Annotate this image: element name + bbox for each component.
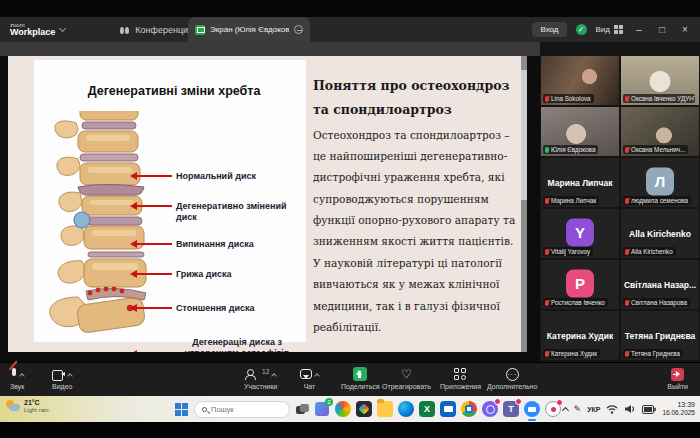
- participant-tile[interactable]: Оксана Івченко УДУНТ Н...: [621, 56, 699, 105]
- weather-icon: [6, 400, 20, 412]
- weather-widget[interactable]: 21°C Light rain: [6, 399, 49, 414]
- participants-button[interactable]: 12 Участники: [244, 367, 277, 390]
- share-screen-icon: [353, 367, 367, 381]
- reactions-label: Отреагировать: [382, 383, 431, 390]
- participant-name: Тетяна Гриднєва: [631, 350, 680, 357]
- volume-icon[interactable]: [624, 404, 636, 414]
- notification-badge: [494, 398, 501, 405]
- participant-tile[interactable]: PРостислав Івченко: [541, 260, 619, 309]
- edge-app[interactable]: [398, 401, 414, 417]
- clock[interactable]: 13:39 16.06.2025: [662, 401, 695, 417]
- participant-name: Vitalij Yarovoy: [551, 248, 590, 255]
- tab-shared-screen[interactable]: Экран (Юлія Євдокова): [188, 17, 310, 42]
- view-button[interactable]: Вид: [596, 25, 623, 34]
- reactions-button[interactable]: ♡ Отреагировать: [382, 367, 431, 390]
- muted-mic-icon: [625, 96, 629, 102]
- language-indicator[interactable]: УКР: [587, 406, 600, 413]
- bottom-black-strip: [0, 422, 700, 438]
- audio-options-icon[interactable]: [19, 373, 25, 379]
- avatar: Л: [646, 167, 674, 195]
- task-view-button[interactable]: [296, 404, 309, 415]
- zoom-toolbar: Звук Видео 12 Участники Чат Поделиться ♡…: [0, 362, 700, 396]
- tab-shared-screen-label: Экран (Юлія Євдокова): [210, 25, 289, 34]
- muted-mic-icon: [545, 249, 549, 255]
- chrome-app[interactable]: [461, 401, 477, 417]
- copilot-app[interactable]: [335, 401, 351, 417]
- share-screen-button[interactable]: Поделиться: [341, 367, 380, 390]
- search-icon: [202, 407, 207, 412]
- audio-button[interactable]: Звук: [10, 367, 24, 390]
- chat-button[interactable]: Чат: [300, 367, 319, 390]
- video-label: Видео: [52, 383, 72, 390]
- presentation-slide: Дегенеративні зміни хребта: [8, 56, 521, 352]
- participant-name: Катерина Худик: [551, 350, 597, 357]
- muted-mic-icon: [625, 198, 629, 204]
- widgets-button[interactable]: 2: [315, 402, 329, 416]
- chat-label: Чат: [304, 383, 316, 390]
- security-shield-icon[interactable]: ✓: [576, 24, 587, 35]
- condition-label: Light rain: [24, 407, 49, 414]
- participant-tile[interactable]: Марина ЛипчакМарина Липчак: [541, 158, 619, 207]
- date-label: 16.06.2025: [662, 409, 695, 417]
- start-button[interactable]: [175, 403, 188, 416]
- zoom-app[interactable]: [524, 401, 540, 417]
- participant-tile[interactable]: Юлія Євдокова: [541, 107, 619, 156]
- minimize-share-icon[interactable]: [294, 25, 303, 34]
- battery-icon[interactable]: [642, 405, 656, 414]
- more-button[interactable]: ··· Дополнительно: [487, 367, 537, 390]
- participant-tile[interactable]: Lina Sokolova: [541, 56, 619, 105]
- participant-name-tag: Оксана Івченко УДУНТ Н...: [623, 94, 695, 103]
- participant-name-tag: Оксана Мельнич...: [623, 145, 688, 154]
- participant-name: Lina Sokolova: [551, 95, 591, 102]
- notification-badge: [515, 398, 522, 405]
- chat-options-icon[interactable]: [314, 373, 320, 379]
- file-explorer-app[interactable]: [377, 401, 393, 417]
- participant-name-tag: Тетяна Гриднєва: [623, 349, 683, 358]
- screen-share-icon: [195, 25, 205, 35]
- participants-label: Участники: [244, 383, 277, 390]
- viber-app[interactable]: [482, 401, 498, 417]
- outlook-app[interactable]: [440, 401, 456, 417]
- wifi-icon[interactable]: [606, 404, 618, 414]
- participant-tile[interactable]: Світлана Назар...Світлана Назарова: [621, 260, 699, 309]
- participant-tile[interactable]: Оксана Мельнич...: [621, 107, 699, 156]
- participant-tile[interactable]: Ллюдмила семенова: [621, 158, 699, 207]
- share-label: Поделиться: [341, 383, 380, 390]
- participant-tile[interactable]: Alla KirichenkoAlla Kirichenko: [621, 209, 699, 258]
- apps-icon: [454, 368, 466, 380]
- chevron-down-icon[interactable]: [59, 24, 66, 31]
- search-input[interactable]: [211, 405, 281, 414]
- participant-tile[interactable]: Катерина ХудикКатерина Худик: [541, 311, 619, 360]
- video-options-icon[interactable]: [67, 373, 73, 379]
- tab-meetings[interactable]: Конференция: [120, 25, 193, 35]
- pen-input-icon[interactable]: ✎: [574, 404, 582, 414]
- scrollbar-thumb: [521, 70, 527, 200]
- spine-illustration: [38, 111, 166, 347]
- participant-name-tag: Марина Липчак: [543, 196, 599, 205]
- maximize-button[interactable]: □: [655, 24, 669, 35]
- participants-count-badge: 12: [262, 368, 269, 375]
- teams-app[interactable]: T: [503, 401, 519, 417]
- tray-overflow-icon[interactable]: [562, 406, 569, 413]
- apps-button[interactable]: Приложения: [440, 367, 481, 390]
- taskbar-search[interactable]: [194, 401, 290, 418]
- close-button[interactable]: ×: [678, 24, 692, 35]
- signin-button[interactable]: Вход: [532, 22, 566, 37]
- minimize-button[interactable]: –: [632, 24, 646, 35]
- zoom-workplace-logo[interactable]: zoomWorkplace: [10, 22, 65, 37]
- participant-name: Оксана Івченко УДУНТ Н...: [631, 95, 695, 102]
- muted-mic-icon: [545, 300, 549, 306]
- video-button[interactable]: Видео: [52, 367, 72, 390]
- muted-mic-icon: [545, 96, 549, 102]
- participant-tile[interactable]: YVitalij Yarovoy: [541, 209, 619, 258]
- heart-icon: ♡: [401, 368, 412, 380]
- leave-button[interactable]: Выйти: [667, 367, 688, 390]
- excel-app[interactable]: X: [419, 401, 435, 417]
- capture-app[interactable]: [545, 401, 561, 417]
- apps-label: Приложения: [440, 383, 481, 390]
- brand-workplace: Workplace: [10, 28, 55, 37]
- participants-options-icon[interactable]: [272, 373, 278, 379]
- top-black-strip: [0, 0, 700, 17]
- photos-app[interactable]: [356, 401, 372, 417]
- participant-tile[interactable]: Тетяна ГриднєваТетяна Гриднєва: [621, 311, 699, 360]
